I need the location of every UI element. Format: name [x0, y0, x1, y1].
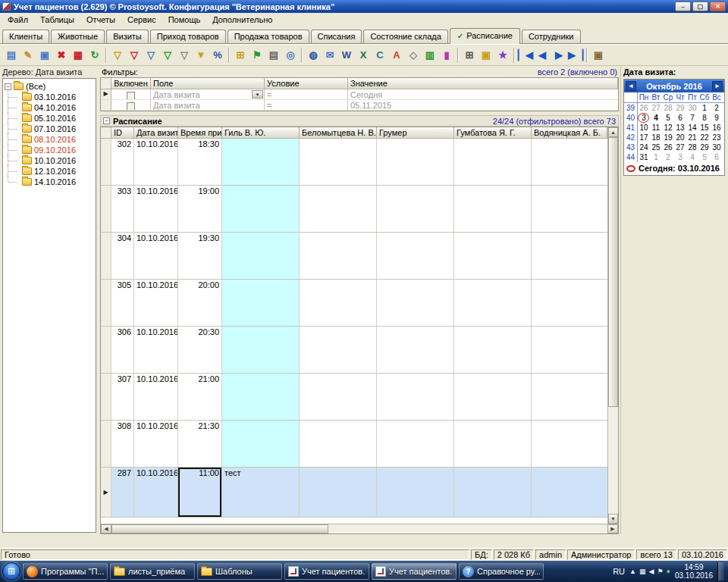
filter-column-header[interactable]: Значение — [348, 78, 618, 89]
cell-staff[interactable] — [300, 421, 377, 467]
tab[interactable]: Визиты — [106, 30, 149, 43]
menu-item[interactable]: Таблицы — [34, 14, 80, 25]
cell-date[interactable]: 10.10.2016 — [134, 374, 178, 420]
schedule-column-header[interactable]: Время при...▲ — [178, 127, 222, 138]
send-mail-icon[interactable]: ✉ — [322, 47, 338, 64]
schedule-column-header[interactable]: Беломытцева Н. В. — [300, 127, 377, 138]
tree-item[interactable]: 05.10.2016 — [4, 113, 95, 124]
collapse-section-icon[interactable]: − — [103, 117, 110, 124]
calculator-icon[interactable]: ⊞ — [461, 47, 478, 64]
filter-save-icon[interactable]: ▽ — [159, 47, 176, 64]
vertical-scrollbar[interactable]: ▲ ▼ — [607, 127, 618, 524]
calendar-day[interactable]: 1 — [698, 103, 711, 113]
calendar-day[interactable]: 8 — [698, 113, 711, 123]
cell-staff[interactable] — [222, 374, 300, 420]
calendar-next-button[interactable]: ► — [712, 81, 723, 91]
filter-checkbox[interactable] — [127, 92, 135, 99]
calendar-day[interactable]: 26 — [662, 142, 674, 152]
schedule-row[interactable]: 30310.10.201619:00 — [101, 186, 607, 233]
calendar-day[interactable]: 17 — [638, 133, 650, 142]
filter-column-header[interactable]: Условие — [265, 78, 348, 89]
maximize-button[interactable]: ▢ — [692, 2, 708, 11]
calendar-day[interactable]: 2 — [711, 103, 723, 113]
edit-record-icon[interactable]: ✎ — [20, 47, 36, 64]
calendar-day[interactable]: 11 — [650, 123, 662, 133]
tab[interactable]: Списания — [311, 30, 362, 43]
calendar-day[interactable]: 4 — [650, 113, 662, 123]
cell-staff[interactable] — [222, 139, 300, 185]
cell-id[interactable]: 305 — [111, 280, 134, 326]
cell-staff[interactable] — [300, 468, 377, 517]
taskbar-button[interactable]: Справочное ру... — [459, 563, 544, 580]
calendar-day[interactable]: 26 — [638, 103, 650, 113]
export-writer-icon[interactable]: A — [388, 47, 405, 64]
calendar-day[interactable]: 27 — [674, 142, 686, 152]
language-indicator[interactable]: RU — [613, 567, 625, 576]
calendar-day[interactable]: 12 — [662, 123, 674, 133]
calendar-today-row[interactable]: Сегодня: 03.10.2016 — [624, 162, 724, 175]
print-icon[interactable]: ▤ — [265, 47, 282, 64]
tree-item[interactable]: 08.10.2016 — [4, 134, 95, 145]
calendar-day[interactable]: 29 — [698, 142, 711, 152]
taskbar-button[interactable]: Учет пациентов... — [372, 563, 457, 580]
schedule-column-header[interactable]: Гумбатова Я. Г. — [454, 127, 532, 138]
nav-prev-icon[interactable]: ◀ — [534, 47, 551, 64]
tab[interactable]: ✓Расписание — [450, 28, 520, 44]
cell-staff[interactable] — [222, 186, 300, 232]
menu-item[interactable]: Помощь — [162, 14, 207, 25]
cell-staff[interactable] — [222, 280, 300, 326]
calendar-day[interactable]: 30 — [686, 103, 698, 113]
taskbar-clock[interactable]: 14:59 03.10.2016 — [675, 563, 713, 580]
calendar-day[interactable]: 6 — [711, 152, 723, 162]
cell-id[interactable]: 304 — [111, 233, 134, 279]
tree-item[interactable]: 10.10.2016 — [4, 155, 95, 166]
nav-last-icon[interactable]: ▶▕ — [567, 47, 584, 64]
cell-time[interactable]: 19:00 — [178, 186, 222, 232]
cell-staff[interactable]: тест — [222, 468, 300, 517]
calendar-day[interactable]: 27 — [650, 103, 662, 113]
calendar-day[interactable]: 30 — [711, 142, 723, 152]
cell-staff[interactable] — [532, 468, 607, 517]
cell-date[interactable]: 10.10.2016 — [134, 186, 178, 232]
scroll-down-button[interactable]: ▼ — [608, 514, 618, 524]
tree-config-icon[interactable]: ⊞ — [232, 47, 249, 64]
calendar-day[interactable]: 20 — [674, 133, 686, 142]
cell-date[interactable]: 10.10.2016 — [134, 421, 178, 467]
tab[interactable]: Сотрудники — [522, 30, 581, 43]
calendar-day[interactable]: 15 — [698, 123, 711, 133]
tray-chevron-icon[interactable]: ▲ — [629, 568, 636, 575]
cell-staff[interactable] — [300, 186, 377, 232]
tree-item[interactable]: 07.10.2016 — [4, 124, 95, 134]
cell-staff[interactable] — [454, 139, 532, 185]
filter-apply-icon[interactable]: ▼ — [193, 47, 209, 64]
horizontal-scroll-thumb[interactable] — [111, 524, 328, 534]
cell-staff[interactable] — [377, 421, 454, 467]
filter-disable-icon[interactable]: ▽ — [176, 47, 193, 64]
cell-id[interactable]: 307 — [111, 374, 134, 420]
tab[interactable]: Состояние склада — [363, 30, 447, 43]
taskbar-button[interactable]: Программы "П... — [23, 563, 108, 580]
cell-id[interactable]: 308 — [111, 421, 134, 467]
close-button[interactable]: ✕ — [710, 2, 726, 11]
schedule-row[interactable]: ▶28710.10.201611:00тест — [101, 468, 607, 518]
taskbar-button[interactable]: Шаблоны — [197, 563, 282, 580]
cell-time[interactable]: 21:30 — [178, 421, 222, 467]
cell-date[interactable]: 10.10.2016 — [134, 327, 178, 373]
cell-staff[interactable] — [377, 374, 454, 420]
cell-staff[interactable] — [377, 186, 454, 232]
calendar-day[interactable]: 6 — [674, 113, 686, 123]
collapse-icon[interactable]: − — [5, 83, 11, 90]
cell-staff[interactable] — [300, 327, 377, 373]
calendar-day[interactable]: 14 — [686, 123, 698, 133]
calendar-day[interactable]: 31 — [638, 152, 650, 162]
menu-item[interactable]: Сервис — [121, 14, 162, 25]
cell-staff[interactable] — [300, 280, 377, 326]
filter-condition-cell[interactable]: = — [265, 89, 348, 99]
filter-row[interactable]: ▶Дата визита▼=Сегодня — [101, 89, 618, 100]
cell-staff[interactable] — [454, 468, 532, 517]
filter-column-header[interactable]: Включен — [111, 78, 151, 89]
calendar-day[interactable]: 28 — [662, 103, 674, 113]
horizontal-scrollbar[interactable]: ◀ ▶ — [100, 524, 619, 534]
cell-staff[interactable] — [377, 139, 454, 185]
schedule-column-header[interactable]: Гиль В. Ю. — [222, 127, 300, 138]
